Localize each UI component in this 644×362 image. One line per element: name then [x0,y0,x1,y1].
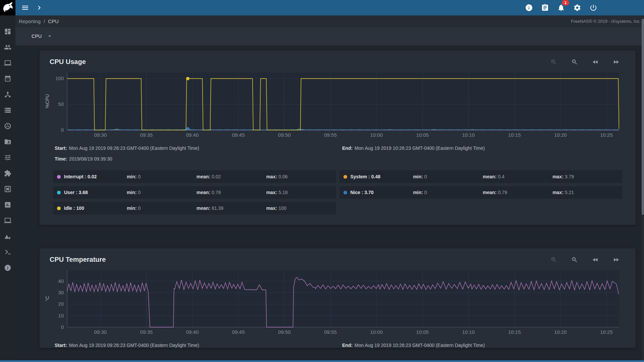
svg-text:20: 20 [58,301,64,307]
idle-color-dot [57,206,61,210]
svg-text:10:00: 10:00 [370,329,383,335]
report-type-label: CPU [32,34,42,39]
step-forward-button[interactable] [613,59,620,65]
scrollbar-thumb[interactable] [642,19,644,215]
notification-badge: 1 [562,0,569,5]
sidenav-collapse-button[interactable] [34,2,45,13]
sidebar-item-jails[interactable] [0,181,15,197]
svg-text:10:10: 10:10 [462,132,475,138]
console-footer-strip [0,360,644,362]
task-manager-button[interactable] [539,2,551,13]
freenas-logo[interactable] [0,0,15,15]
chart-end-time: End:Mon Aug 19 2019 10:26:23 GMT-0400 (E… [342,343,629,348]
svg-text:10:25: 10:25 [600,132,613,138]
system-color-dot [343,175,347,179]
report-toolbar: CPU [15,27,644,45]
svg-text:0: 0 [61,127,64,133]
about-button[interactable] [523,2,535,13]
svg-text:09:55: 09:55 [324,132,337,138]
breadcrumb-reporting-link[interactable]: Reporting [19,18,41,24]
legend-row-user: User : 3.68 min:0 mean:0.78 max:5.18 [53,186,336,199]
sidebar-item-dashboard[interactable] [0,23,15,39]
step-back-button[interactable] [592,59,599,65]
svg-text:09:50: 09:50 [278,329,291,335]
sidebar-item-system-processes[interactable] [0,228,15,244]
top-bar: 1 [0,0,644,15]
svg-text:10:10: 10:10 [462,329,475,335]
svg-text:10: 10 [58,313,64,318]
sidebar-item-directory-services[interactable] [0,118,15,134]
legend-row-system: System : 0.48 min:0 mean:0.4 max:3.79 [339,170,623,183]
chevron-right-icon [35,4,43,12]
people-icon [4,44,11,51]
step-forward-button[interactable] [613,256,620,263]
dropdown-arrow-icon [46,33,53,40]
interrupt-color-dot [57,175,61,179]
chart-controls [550,59,620,65]
legend-row-idle: Idle : 100 min:0 mean:81.39 max:100 [53,202,336,215]
cpu-temperature-card: CPU Temperature °C 09:3009:3509:4009:45 [40,248,636,348]
power-button[interactable] [588,2,599,13]
jail-icon [4,185,11,193]
step-back-button[interactable] [592,256,599,263]
sidebar-item-storage[interactable] [0,102,15,118]
copyright-text: FreeNAS® © 2019 - iXsystems, Inc. [571,19,641,24]
svg-text:09:30: 09:30 [94,132,107,138]
sidebar-item-accounts[interactable] [0,39,15,55]
svg-text:10:05: 10:05 [416,132,429,138]
svg-text:50: 50 [58,101,64,107]
sidebar-item-services[interactable] [0,149,15,165]
laptop-icon [4,59,11,67]
legend-table: Interrupt : 0.02 min:0 mean:0.02 max:0.0… [53,170,622,225]
sidebar-item-virtual-machines[interactable] [0,213,15,228]
storage-icon [4,107,11,114]
y-axis-label: %CPU [44,72,50,130]
svg-text:09:40: 09:40 [186,132,199,138]
svg-text:09:35: 09:35 [140,132,153,138]
hover-time: Time:2019/08/19 09:39:30 [40,151,636,162]
sidebar-item-guide[interactable] [0,260,15,276]
clipboard-icon [541,4,549,12]
settings-button[interactable] [572,2,583,13]
sidenav-toggle-button[interactable] [19,2,31,13]
sidebar-item-reporting[interactable] [0,197,15,213]
svg-text:40: 40 [58,278,64,284]
svg-text:09:30: 09:30 [94,329,107,335]
zoom-in-button[interactable] [550,256,557,263]
chart-start-time: Start:Mon Aug 19 2019 09:26:23 GMT-0400 … [55,343,342,348]
dashboard-icon [4,28,11,35]
puzzle-icon [4,170,11,177]
zoom-in-button[interactable] [550,59,557,65]
freenas-app: 1 [0,0,644,362]
svg-text:30: 30 [58,290,64,295]
mountain-gear-icon [4,233,11,240]
legend-row-empty [339,202,623,215]
chart-controls [550,256,620,263]
breadcrumb-separator: / [44,18,45,24]
notifications-button[interactable]: 1 [555,2,567,13]
sidebar-item-plugins[interactable] [0,165,15,181]
nice-color-dot [343,191,347,194]
report-content: CPU Usage %CPU 09:3009:3509:4009:4509:5 [15,45,644,362]
report-type-dropdown[interactable]: CPU [32,33,53,40]
sidebar-item-system[interactable] [0,55,15,71]
folder-shared-icon [4,138,11,145]
sidebar-item-network[interactable] [0,86,15,102]
sliders-icon [4,154,11,161]
sidebar-item-shell[interactable] [0,244,15,260]
cpu-temperature-chart[interactable]: 09:3009:3509:4009:4509:5009:5510:0010:05… [50,270,619,337]
info-icon [525,4,533,12]
svg-text:09:45: 09:45 [232,132,245,138]
cpu-usage-chart[interactable]: 09:3009:3509:4009:4509:5009:5510:0010:05… [50,72,619,139]
svg-text:09:45: 09:45 [232,329,245,335]
vertical-scrollbar[interactable] [642,15,644,362]
sidebar-item-tasks[interactable] [0,71,15,86]
user-color-dot [57,191,61,194]
breadcrumb: Reporting / CPU FreeNAS® © 2019 - iXsyst… [15,15,644,27]
shell-prompt-icon [4,248,11,256]
svg-text:09:35: 09:35 [140,329,153,335]
zoom-out-button[interactable] [571,256,578,263]
zoom-out-button[interactable] [571,59,578,65]
sidebar-item-sharing[interactable] [0,134,15,149]
svg-text:100: 100 [55,75,64,81]
